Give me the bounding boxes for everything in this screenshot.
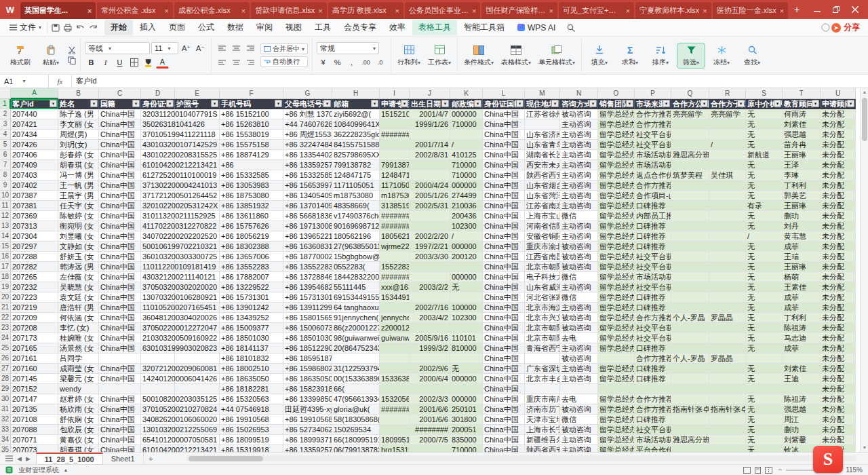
cell[interactable]: ######## [380, 211, 410, 221]
cell[interactable]: 86(z20001227( [332, 323, 380, 333]
header-cell[interactable]: 申请顾问▾ [821, 99, 856, 109]
sheet-tab-active[interactable]: 11_28_5_1000 [36, 453, 103, 464]
cell[interactable]: China中国 [99, 292, 141, 303]
cell[interactable]: China中国 [483, 323, 525, 333]
row-header[interactable]: 20 [0, 292, 11, 303]
cell[interactable]: 刘素佳 [783, 119, 821, 130]
cell[interactable] [410, 292, 450, 303]
cell[interactable]: China中国 [483, 119, 525, 130]
cell[interactable] [709, 262, 746, 272]
header-cell[interactable]: 姓名▾ [58, 99, 99, 109]
close-icon[interactable]: × [318, 7, 322, 15]
cell[interactable]: 142401200006041426 [141, 374, 175, 384]
cell[interactable]: 社交平台获客 [635, 323, 671, 333]
cell[interactable]: +86 52734062 [283, 425, 332, 435]
cell[interactable]: 留学总经办 [598, 323, 635, 333]
cell[interactable]: 主动咨询 [560, 119, 598, 130]
cell[interactable] [671, 160, 709, 170]
cell[interactable]: 筑梦美程 [671, 170, 709, 180]
cell[interactable]: 2003/3/30 [410, 252, 450, 262]
cell[interactable]: 主动咨询 [560, 374, 598, 384]
cell[interactable]: 重庆市渝北 [525, 242, 560, 252]
cell[interactable]: +86 13359257 [283, 160, 332, 170]
file-tab[interactable]: 宁夏教师样本.xlsx× [635, 2, 711, 19]
cell[interactable]: +86 15823918 [283, 384, 332, 394]
column-header[interactable]: O [598, 88, 635, 99]
cell[interactable]: 口碑推荐 [635, 343, 671, 354]
cell[interactable]: China中国 [483, 109, 525, 119]
cell[interactable]: China中国 [99, 313, 141, 323]
cell[interactable]: 留学总经办 [598, 404, 635, 415]
cell[interactable]: +86 17882007 [220, 272, 283, 282]
cell[interactable]: 无 [746, 262, 783, 272]
cell[interactable]: 留学总经办 [598, 374, 635, 384]
cell[interactable]: 未分配 [821, 170, 856, 180]
header-cell[interactable]: 合作方公司▾ [671, 99, 709, 109]
cell[interactable]: +86 13611860 [220, 211, 283, 221]
cell[interactable]: 110112200109181419 [141, 262, 175, 272]
new-document-tab-button[interactable]: + [789, 0, 804, 19]
cell[interactable]: 未分配 [821, 292, 856, 303]
file-tab[interactable]: 国任财产保险样本...× [481, 2, 557, 19]
cell[interactable] [709, 425, 746, 435]
cell[interactable] [671, 282, 709, 292]
header-cell[interactable]: 父母电话号码▾ [283, 99, 332, 109]
cell[interactable]: 王丽琳 [783, 201, 821, 211]
cell[interactable]: 马志迪 [783, 333, 821, 343]
minimize-icon[interactable] [808, 2, 826, 17]
fx-icon[interactable]: fx [49, 75, 72, 88]
cell[interactable]: 个人-罗晶 [671, 354, 709, 364]
cell[interactable]: 陕西省西安 [525, 445, 560, 452]
cell[interactable]: m1875308 [380, 191, 410, 201]
column-header[interactable]: B [58, 88, 99, 99]
cell[interactable]: 000000 [450, 272, 483, 282]
cell[interactable]: 山东省青岛 [525, 140, 560, 150]
file-tab[interactable]: 医协五险一金.xlsx× [713, 2, 788, 19]
cell[interactable]: 留学总经办 [598, 425, 635, 435]
cell[interactable]: 无 [746, 272, 783, 282]
cell[interactable]: +86 13552283 [220, 262, 283, 272]
cell[interactable]: 陈祖涛 [783, 323, 821, 333]
cell[interactable]: +86 56681836 [283, 211, 332, 221]
cell[interactable]: 15bgbgbow@( [332, 252, 380, 262]
cell[interactable]: +86 18999371 [283, 435, 332, 445]
cell[interactable]: 207369 [11, 211, 58, 221]
cell[interactable]: 无 [746, 191, 783, 201]
cell[interactable]: 合作方推荐 [635, 180, 671, 191]
cell[interactable]: 包欣辰 (女 [58, 425, 99, 435]
cell[interactable]: 无 [746, 292, 783, 303]
cell[interactable]: 留学总经办 [598, 415, 635, 425]
cell[interactable]: 130103200212255069 [141, 425, 175, 435]
cell[interactable]: China中国 [99, 109, 141, 119]
cell[interactable] [450, 354, 483, 364]
cell[interactable]: 1084099641XXX@163.( [332, 119, 380, 130]
cell[interactable]: 胡春琪 (女 [58, 160, 99, 170]
decrease-font-icon[interactable]: A⁻ [194, 42, 207, 54]
cell[interactable]: 18099519( [380, 435, 410, 445]
cell[interactable]: 留学总经办 [598, 282, 635, 292]
header-cell[interactable]: 邮政编码▾ [450, 99, 483, 109]
cell[interactable]: 710000 [450, 445, 483, 452]
cell[interactable] [709, 364, 746, 374]
vertical-scroll-thumb[interactable] [862, 98, 867, 141]
cell[interactable]: 无 [746, 435, 783, 445]
cell[interactable]: 2000/7/5 [410, 435, 450, 445]
sum-button[interactable]: Σ 求和▾ [616, 43, 644, 68]
close-icon[interactable]: × [549, 7, 553, 15]
cell[interactable]: 32010220020531242X [141, 201, 175, 211]
cell[interactable]: 山东省威海 [525, 282, 560, 292]
filter-dropdown-icon[interactable]: ▾ [737, 100, 745, 107]
borders-icon[interactable] [127, 56, 140, 69]
cell[interactable] [746, 354, 783, 364]
cell[interactable]: 15336389( [380, 374, 410, 384]
cell[interactable]: 654101200007050581 [141, 435, 175, 445]
cell[interactable]: 社交平台获客 [635, 425, 671, 435]
cell[interactable]: 250101 [450, 404, 483, 415]
cell[interactable]: 留学总经办 [598, 180, 635, 191]
format-painter-button[interactable]: 格式刷 [7, 43, 34, 68]
cell[interactable]: 主动咨询 [560, 343, 598, 354]
cell[interactable]: 文静如 (女 [58, 242, 99, 252]
cell[interactable]: 留学总经办 [598, 191, 635, 201]
menu-tab[interactable]: WPS AI [511, 21, 561, 35]
cell[interactable] [671, 140, 709, 150]
